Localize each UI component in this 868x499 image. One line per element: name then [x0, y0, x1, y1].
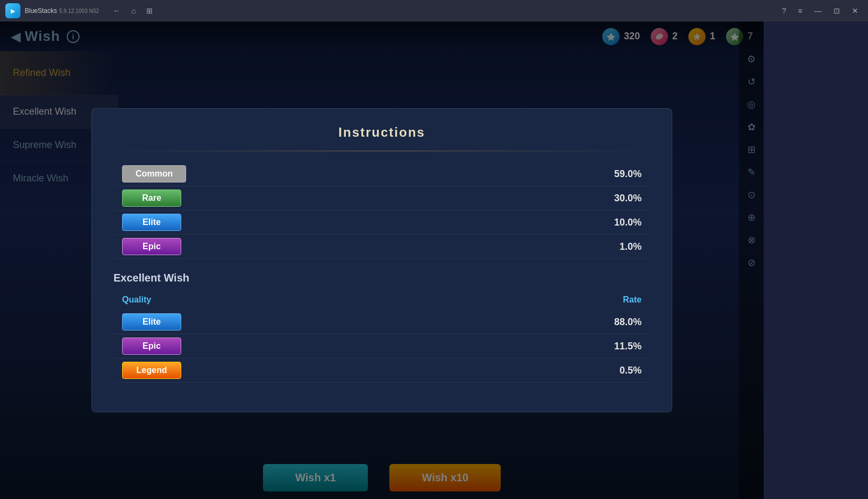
title-bar: ▶ BlueStacks 5.9.12.1003 N32 ← ⌂ ⊞ ? ≡ —…	[0, 0, 868, 22]
table-header: Quality Rate	[113, 292, 650, 308]
table-row: Epic 1.0%	[113, 235, 650, 259]
home-btn[interactable]: ⌂	[128, 5, 139, 16]
quality-badge-elite2: Elite	[122, 313, 181, 331]
excellent-wish-section: Excellent Wish Quality Rate Elite 88.0% …	[113, 272, 650, 383]
quality-badge-epic2: Epic	[122, 338, 181, 355]
rate-elite1: 10.0%	[614, 217, 642, 228]
quality-badge-elite1: Elite	[122, 214, 181, 231]
table-row: Rare 30.0%	[113, 186, 650, 210]
table-row: Epic 11.5%	[113, 334, 650, 359]
quality-badge-rare: Rare	[122, 189, 181, 207]
modal-overlay: Instructions Common 59.0% Rare 30.0% Eli…	[0, 22, 764, 499]
back-btn[interactable]: ←	[110, 5, 124, 16]
window-controls-right: ? ≡ — ⊡ ✕	[778, 5, 863, 16]
quality-badge-common: Common	[122, 165, 186, 182]
rate-rare: 30.0%	[614, 193, 642, 204]
section-title-excellent-wish: Excellent Wish	[113, 272, 650, 284]
maximize-btn[interactable]: ⊡	[829, 5, 844, 16]
window-controls-left: ← ⌂ ⊞	[110, 5, 156, 16]
table-row: Legend 0.5%	[113, 359, 650, 383]
close-btn[interactable]: ✕	[848, 5, 863, 16]
table-row: Elite 10.0%	[113, 210, 650, 235]
quality-badge-epic1: Epic	[122, 238, 181, 255]
modal-title: Instructions	[113, 125, 650, 140]
rate-epic1: 1.0%	[620, 241, 642, 252]
app-version: 5.9.12.1003 N32	[59, 8, 99, 14]
grid-btn[interactable]: ⊞	[143, 5, 156, 16]
rate-epic2: 11.5%	[614, 341, 642, 352]
modal-divider	[113, 151, 650, 151]
app-logo: ▶	[5, 3, 20, 18]
common-section: Common 59.0% Rare 30.0% Elite 10.0% Epic…	[113, 162, 650, 259]
rate-elite2: 88.0%	[614, 317, 642, 328]
modal-content[interactable]: Common 59.0% Rare 30.0% Elite 10.0% Epic…	[113, 162, 650, 396]
quality-badge-legend: Legend	[122, 362, 181, 379]
rate-common: 59.0%	[614, 168, 642, 180]
header-quality: Quality	[122, 295, 151, 305]
minimize-btn[interactable]: —	[810, 5, 826, 16]
app-name: BlueStacks	[25, 7, 57, 15]
game-area: ◀ Wish i 320 2 1	[0, 22, 764, 499]
rate-legend: 0.5%	[620, 365, 642, 376]
instructions-modal: Instructions Common 59.0% Rare 30.0% Eli…	[91, 108, 672, 412]
table-row: Common 59.0%	[113, 162, 650, 186]
help-btn[interactable]: ?	[778, 5, 791, 16]
menu-btn[interactable]: ≡	[794, 5, 807, 16]
header-rate: Rate	[623, 295, 642, 305]
table-row: Elite 88.0%	[113, 310, 650, 334]
